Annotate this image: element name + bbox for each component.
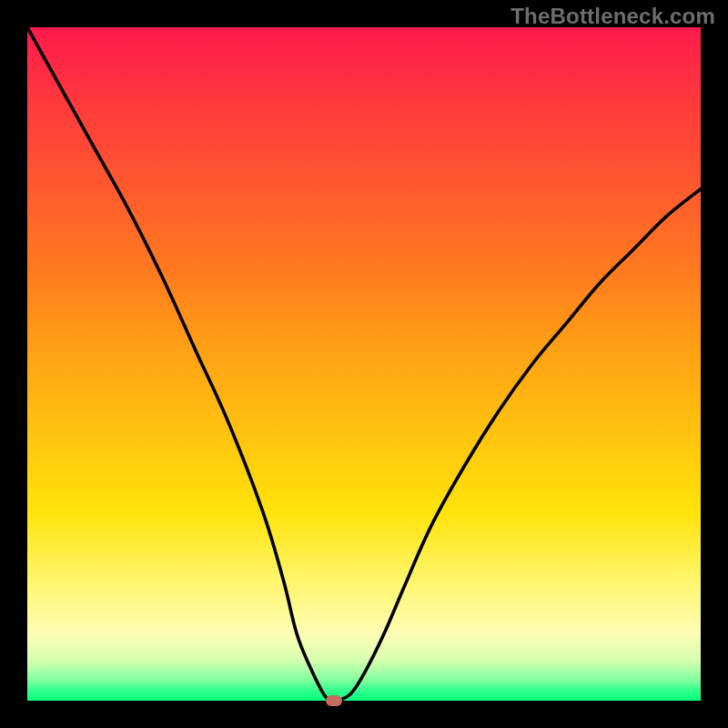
outer-frame: TheBottleneck.com (0, 0, 728, 728)
gradient-plot-area (27, 27, 701, 701)
watermark-text: TheBottleneck.com (511, 4, 715, 29)
bottleneck-curve (27, 27, 701, 701)
minimum-marker-icon (326, 695, 342, 706)
